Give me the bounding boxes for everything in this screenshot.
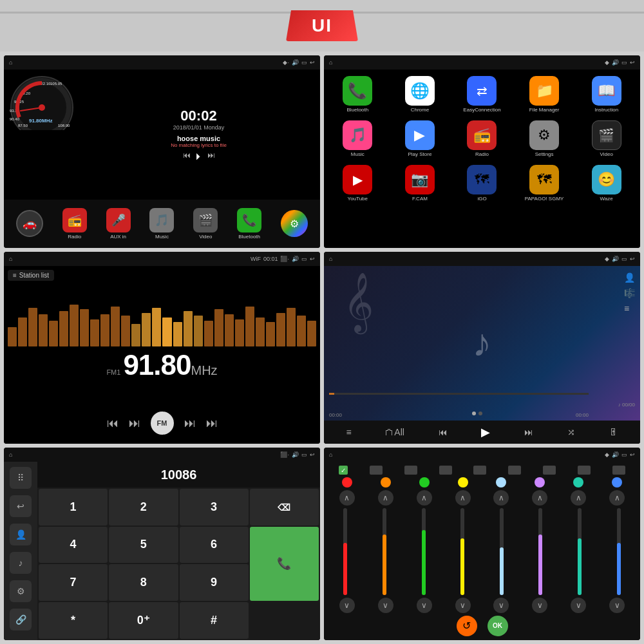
key-9[interactable]: 9 (180, 564, 249, 600)
back-icon-5[interactable]: ↩ (310, 451, 315, 458)
app-bluetooth[interactable]: 📞 Bluetooth (328, 73, 388, 115)
eq-box-3[interactable] (439, 466, 452, 475)
home-icon-6[interactable]: ⌂ (329, 451, 332, 458)
play-pause-btn[interactable]: ▶ (481, 425, 490, 439)
key-del[interactable]: ⌫ (250, 489, 319, 525)
eq-btn[interactable]: 🎚 (609, 427, 618, 437)
back-icon-4[interactable]: ↩ (630, 256, 635, 262)
prev-btn[interactable]: ⏮ (183, 151, 191, 161)
app-aux[interactable]: 🎤 AUX in (106, 208, 131, 240)
user-icon[interactable]: 👤 (624, 272, 635, 283)
eq-down-1[interactable]: ∨ (339, 598, 355, 613)
key-2[interactable]: 2 (109, 489, 178, 525)
eq-box-7[interactable] (578, 466, 591, 475)
app-chrome[interactable]: 🌐 Chrome (390, 73, 450, 115)
app-fcam[interactable]: 📷 F.CAM (390, 162, 450, 204)
back-icon-6[interactable]: ↩ (630, 451, 635, 458)
eq-down-8[interactable]: ∨ (609, 598, 625, 613)
key-6[interactable]: 6 (180, 527, 249, 563)
progress-bar[interactable] (329, 393, 589, 395)
dialpad-icon[interactable]: ⠿ (10, 467, 32, 489)
eq-box-4[interactable] (473, 466, 486, 475)
back-icon-2[interactable]: ↩ (630, 59, 635, 66)
app-easyconnection[interactable]: ⇄ EasyConnection (452, 73, 512, 115)
eq-up-2[interactable]: ∧ (378, 490, 393, 506)
eq-down-6[interactable]: ∨ (532, 598, 547, 613)
key-5[interactable]: 5 (109, 527, 178, 563)
home-icon-3[interactable]: ⌂ (9, 256, 12, 262)
app-youtube[interactable]: ▶ YouTube (328, 162, 388, 204)
fm-next[interactable]: ⏭ (184, 417, 196, 430)
eq-down-5[interactable]: ∨ (493, 598, 509, 613)
eq-slider-track-4[interactable] (484, 508, 520, 595)
contacts-btn[interactable]: 👤 (10, 524, 32, 545)
key-call[interactable]: 📞 (250, 527, 319, 601)
eq-slider-track-6[interactable] (562, 508, 598, 595)
back-icon-1[interactable]: ↩ (310, 59, 315, 66)
eq-slider-track-7[interactable] (601, 508, 636, 595)
app-play-store[interactable]: ▶ Play Store (390, 118, 450, 160)
shuffle-all-btn[interactable]: ⛫All (385, 427, 404, 437)
app-bluetooth-home[interactable]: 📞 Bluetooth (237, 208, 261, 240)
eq-box-2[interactable] (404, 466, 417, 475)
eq-up-3[interactable]: ∧ (417, 490, 432, 506)
menu-icon-4[interactable]: ≡ (624, 303, 635, 314)
app-video[interactable]: 🎬 Video (193, 208, 218, 240)
home-icon-4[interactable]: ⌂ (329, 256, 332, 262)
eq-slider-track-2[interactable] (406, 508, 441, 595)
key-4[interactable]: 4 (39, 527, 108, 563)
key-0[interactable]: 0⁺ (109, 602, 178, 639)
eq-slider-track-5[interactable] (523, 508, 558, 595)
key-8[interactable]: 8 (109, 564, 178, 600)
eq-down-7[interactable]: ∨ (571, 598, 586, 613)
eq-reset-button[interactable]: ↺ (457, 616, 477, 636)
app-file-manager[interactable]: 📁 File Manager (515, 73, 574, 115)
eq-box-1[interactable] (370, 466, 383, 475)
next-btn[interactable]: ⏭ (207, 151, 215, 161)
eq-slider-track-1[interactable] (367, 508, 402, 595)
eq-box-5[interactable] (508, 466, 521, 475)
eq-ok-button[interactable]: OK (488, 616, 508, 636)
app-music-grid[interactable]: 🎵 Music (328, 118, 388, 160)
back-dialer-btn[interactable]: ↩ (10, 495, 32, 517)
eq-up-1[interactable]: ∧ (339, 490, 355, 506)
app-settings-grid[interactable]: ⚙ Settings (515, 118, 574, 160)
eq-up-8[interactable]: ∧ (609, 490, 625, 506)
eq-checkbox-1[interactable]: ✓ (339, 466, 348, 475)
next-track-btn[interactable]: ⏭ (524, 427, 533, 437)
app-radio[interactable]: 📻 Radio (62, 208, 87, 240)
key-hash[interactable]: # (180, 602, 249, 639)
fm-next-next[interactable]: ⏭ (206, 417, 218, 430)
app-waze[interactable]: 😊 Waze (576, 162, 636, 204)
eq-box-6[interactable] (543, 466, 556, 475)
eq-up-6[interactable]: ∧ (532, 490, 547, 506)
home-icon-1[interactable]: ⌂ (9, 59, 12, 66)
home-icon-5[interactable]: ⌂ (9, 451, 12, 458)
prev-track-btn[interactable]: ⏮ (439, 427, 448, 437)
eq-up-5[interactable]: ∧ (493, 490, 509, 506)
app-instruction[interactable]: 📖 Instruction (576, 73, 636, 115)
eq-up-7[interactable]: ∧ (571, 490, 586, 506)
fm-mode-button[interactable]: FM (151, 412, 174, 435)
app-igo[interactable]: 🗺 iGO (452, 162, 512, 204)
app-video-grid[interactable]: 🎬 Video (576, 118, 636, 160)
key-1[interactable]: 1 (39, 489, 108, 525)
home-icon-2[interactable]: ⌂ (329, 59, 332, 66)
key-3[interactable]: 3 (180, 489, 249, 525)
back-icon-3[interactable]: ↩ (310, 256, 315, 262)
fm-prev-prev[interactable]: ⏮ (107, 417, 118, 430)
link-btn[interactable]: 🔗 (10, 609, 32, 630)
eq-box-8[interactable] (612, 466, 625, 475)
settings-button[interactable]: ⚙ (281, 210, 308, 237)
eq-down-4[interactable]: ∨ (455, 598, 471, 613)
fm-prev[interactable]: ⏭ (129, 417, 140, 430)
app-papago[interactable]: 🗺 PAPAGO! SGMY (515, 162, 574, 204)
lyrics-icon[interactable]: 🎼 (624, 288, 635, 298)
car-button[interactable]: 🚗 (16, 210, 43, 237)
eq-slider-track-3[interactable] (445, 508, 480, 595)
eq-down-3[interactable]: ∨ (417, 598, 432, 613)
eq-slider-track-0[interactable] (328, 508, 363, 595)
random-btn[interactable]: ⤮ (567, 427, 575, 437)
settings-dialer-btn[interactable]: ⚙ (10, 580, 32, 602)
recents-btn[interactable]: ♪ (10, 552, 32, 574)
